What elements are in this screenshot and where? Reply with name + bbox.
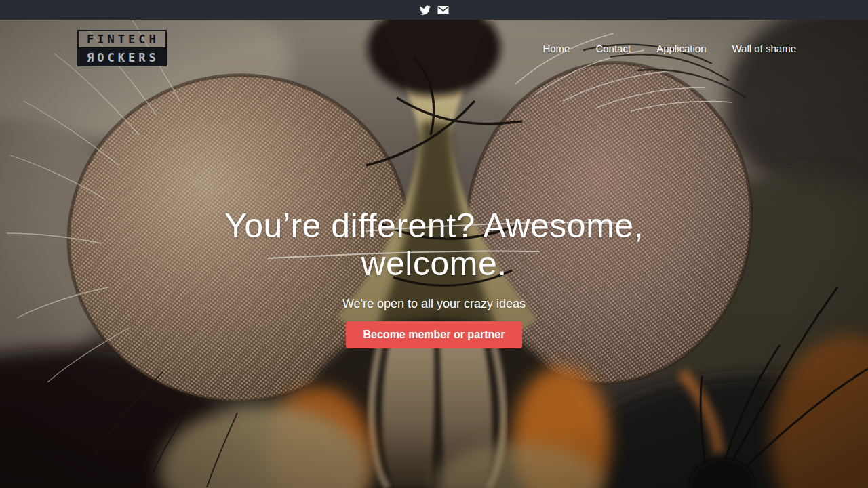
nav-item-application[interactable]: Application xyxy=(656,43,706,54)
email-icon[interactable] xyxy=(437,5,450,16)
site-header: FINTECH ЯOCKERS Home Contact Application… xyxy=(0,20,868,66)
envelope-glyph xyxy=(437,6,449,14)
main-nav: Home Contact Application Wall of shame xyxy=(542,43,796,54)
twitter-bird-glyph xyxy=(420,5,431,15)
become-member-button[interactable]: Become member or partner xyxy=(346,321,523,348)
nav-item-home[interactable]: Home xyxy=(542,43,570,54)
hero-subheading: We're open to all your crazy ideas xyxy=(0,297,868,311)
logo-line1: FINTECH xyxy=(77,30,167,49)
hero-content: You’re different? Awesome, welcome. We'r… xyxy=(0,207,868,348)
hero-heading: You’re different? Awesome, welcome. xyxy=(0,207,868,283)
hero-heading-line1: You’re different? Awesome, xyxy=(224,207,644,245)
nav-item-contact[interactable]: Contact xyxy=(595,43,631,54)
hero-section: FINTECH ЯOCKERS Home Contact Application… xyxy=(0,20,868,488)
topbar xyxy=(0,0,868,20)
nav-item-wall-of-shame[interactable]: Wall of shame xyxy=(732,43,796,54)
hero-heading-line2: welcome. xyxy=(361,245,507,283)
logo[interactable]: FINTECH ЯOCKERS xyxy=(77,30,167,66)
twitter-icon[interactable] xyxy=(419,5,431,16)
logo-line2: ЯOCKERS xyxy=(77,49,167,66)
